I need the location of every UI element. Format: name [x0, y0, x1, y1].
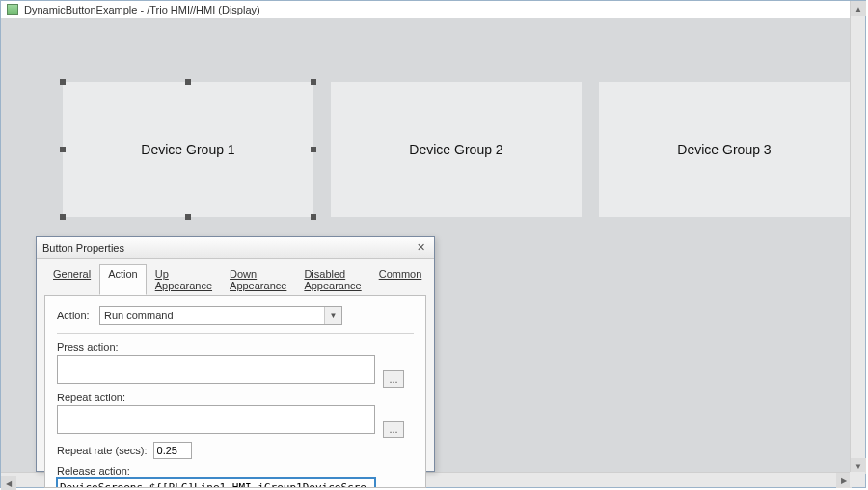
repeat-rate-input[interactable]	[153, 442, 192, 459]
separator	[57, 333, 414, 334]
tab-general[interactable]: General	[44, 264, 99, 295]
repeat-action-label: Repeat action:	[57, 392, 414, 403]
release-action-input[interactable]	[57, 478, 375, 488]
device-group-button-3[interactable]: Device Group 3	[599, 82, 850, 217]
press-action-label: Press action:	[57, 341, 414, 353]
action-combo[interactable]: Run command ▼	[99, 306, 342, 325]
selection-handle[interactable]	[185, 214, 191, 220]
tab-down-appearance[interactable]: Down Appearance	[221, 264, 295, 295]
press-action-input[interactable]	[57, 355, 375, 384]
device-group-button-1[interactable]: Device Group 1	[63, 82, 313, 217]
action-label: Action:	[57, 310, 99, 321]
tab-common[interactable]: Common	[370, 264, 431, 295]
tab-action[interactable]: Action	[99, 264, 147, 295]
scroll-up-icon[interactable]: ▲	[851, 1, 866, 16]
device-group-button-2[interactable]: Device Group 2	[331, 82, 582, 217]
selection-handle[interactable]	[60, 147, 66, 152]
action-combo-value: Run command	[104, 310, 174, 321]
selection-handle[interactable]	[311, 147, 316, 152]
repeat-rate-label: Repeat rate (secs):	[57, 445, 148, 456]
app-icon	[7, 4, 18, 15]
repeat-action-input[interactable]	[57, 405, 375, 434]
selection-handle[interactable]	[311, 79, 316, 85]
selection-handle[interactable]	[311, 214, 316, 220]
chevron-down-icon[interactable]: ▼	[324, 307, 341, 324]
selection-handle[interactable]	[60, 79, 66, 85]
tab-disabled-appearance[interactable]: Disabled Appearance	[295, 264, 369, 295]
press-action-browse[interactable]: ...	[383, 370, 404, 388]
device-group-label: Device Group 1	[141, 142, 234, 157]
device-group-label: Device Group 3	[677, 142, 771, 157]
vertical-scrollbar[interactable]: ▲ ▼	[850, 1, 865, 474]
selection-handle[interactable]	[185, 79, 191, 85]
dialog-title: Button Properties	[42, 242, 124, 254]
device-group-label: Device Group 2	[409, 142, 502, 157]
close-icon[interactable]: ✕	[411, 239, 430, 255]
designer-window: DynamicButtonExample - /Trio HMI//HMI (D…	[0, 0, 866, 488]
window-titlebar: DynamicButtonExample - /Trio HMI//HMI (D…	[1, 1, 852, 18]
scrollbar-corner	[850, 472, 865, 487]
button-properties-dialog: Button Properties ✕ General Action Up Ap…	[36, 236, 435, 472]
tab-body-action: Action: Run command ▼ Press action: ... …	[44, 295, 426, 488]
selection-handle[interactable]	[60, 214, 66, 220]
repeat-action-browse[interactable]: ...	[383, 421, 404, 438]
tab-up-appearance[interactable]: Up Appearance	[147, 264, 221, 295]
window-title: DynamicButtonExample - /Trio HMI//HMI (D…	[24, 4, 260, 15]
dialog-titlebar[interactable]: Button Properties ✕	[37, 237, 434, 259]
scroll-left-icon[interactable]: ◀	[1, 476, 16, 491]
release-action-label: Release action:	[57, 465, 414, 476]
dialog-tabs: General Action Up Appearance Down Appear…	[37, 259, 434, 295]
